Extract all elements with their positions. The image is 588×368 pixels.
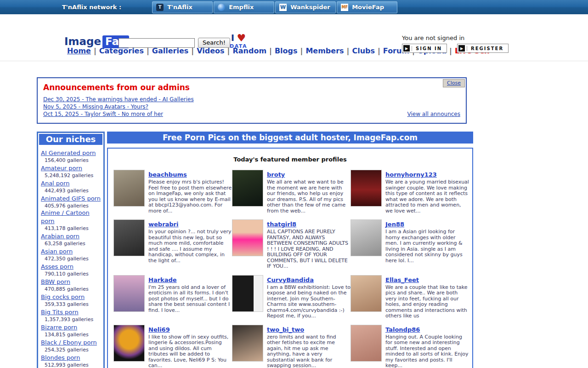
profile-description: zero limits and want to find other fetis… bbox=[267, 334, 351, 368]
niche-item: BBW porn470,885 galleries bbox=[41, 277, 102, 292]
niche-item: Asian porn472,350 galleries bbox=[41, 247, 102, 262]
search-button[interactable]: Search! bbox=[198, 38, 230, 48]
announcement-link[interactable]: Oct 15, 2025 - Taylor Swift - No more of… bbox=[43, 111, 163, 117]
announcement-link[interactable]: Dec 30, 2025 - The warnings have ended -… bbox=[43, 96, 194, 103]
profile-thumbnail[interactable] bbox=[351, 219, 382, 256]
niche-item: Bizarre porn134,815 galleries bbox=[41, 322, 102, 338]
sidebar-title: Our niches bbox=[39, 134, 102, 145]
profile-thumbnail[interactable] bbox=[113, 219, 145, 256]
profile-description: In your opinion ?... not truly very beau… bbox=[148, 229, 232, 264]
member-profile: brotyWe all are what we want to be the m… bbox=[232, 170, 351, 214]
network-site-tnaflix[interactable]: T T'nAflix bbox=[152, 1, 213, 13]
network-site-wankspider[interactable]: W Wankspider bbox=[275, 1, 336, 13]
network-site-label: Wankspider bbox=[290, 4, 330, 11]
profile-description: Hanging out. A Couple looking for some n… bbox=[385, 334, 469, 368]
niche-count: 512,993 galleries bbox=[45, 362, 102, 368]
profile-thumbnail[interactable] bbox=[351, 275, 382, 312]
niche-link[interactable]: Anime / Cartoon porn bbox=[41, 209, 102, 225]
profile-thumbnail[interactable] bbox=[113, 325, 145, 362]
niche-link[interactable]: Asian porn bbox=[41, 247, 73, 256]
member-profile: Jen88I am a Asian girl looking for horny… bbox=[351, 219, 469, 270]
profile-thumbnail[interactable] bbox=[232, 170, 263, 207]
profile-username-link[interactable]: webrabri bbox=[148, 221, 179, 228]
network-site-label: Empflix bbox=[229, 4, 254, 11]
profile-description: Please enjoy mrs b's pictures! Feel free… bbox=[148, 179, 232, 214]
profile-username-link[interactable]: Neli69 bbox=[148, 326, 170, 333]
profile-username-link[interactable]: two_bi_two bbox=[267, 326, 304, 333]
announcements-close-button[interactable]: Close bbox=[443, 79, 465, 87]
register-label: REGISTER bbox=[467, 46, 508, 51]
network-site-moviefap[interactable]: MF MovieFap bbox=[337, 1, 397, 13]
niche-item: Asses porn790,110 galleries bbox=[41, 262, 102, 277]
niche-link[interactable]: Blondes porn bbox=[41, 354, 80, 362]
niche-link[interactable]: Big Tits porn bbox=[41, 308, 79, 316]
niche-link[interactable]: Bizarre porn bbox=[41, 323, 77, 332]
profile-thumbnail[interactable] bbox=[232, 219, 263, 256]
announcement-link[interactable]: Nov 5, 2025 - Missing Avatars - Yours? bbox=[43, 104, 148, 110]
arrow-icon: ▶ bbox=[403, 45, 410, 52]
niche-link[interactable]: BBW porn bbox=[41, 278, 70, 286]
profile-username-link[interactable]: Harkade bbox=[148, 276, 177, 283]
nav-separator: | bbox=[91, 46, 99, 55]
member-profile: HarkadeI'm 25 years old and a lover of e… bbox=[113, 275, 232, 319]
network-site-empflix[interactable]: Empflix bbox=[214, 1, 274, 13]
profile-thumbnail[interactable] bbox=[351, 170, 382, 207]
main-banner: Free Porn Pics on the biggest adult host… bbox=[107, 132, 473, 144]
profile-username-link[interactable]: Talondp86 bbox=[385, 326, 420, 333]
niche-count: 156,400 galleries bbox=[45, 157, 102, 163]
wankspider-icon: W bbox=[279, 4, 287, 11]
profile-username-link[interactable]: broty bbox=[267, 171, 285, 178]
sign-in-label: SIGN IN bbox=[412, 46, 447, 51]
profile-username-link[interactable]: beachbums bbox=[148, 171, 187, 178]
member-profile: two_bi_twozero limits and want to find o… bbox=[232, 325, 351, 368]
search-input[interactable] bbox=[119, 38, 195, 48]
nav-separator: | bbox=[266, 46, 275, 55]
view-all-announces-link[interactable]: View all announces bbox=[407, 111, 460, 117]
profile-username-link[interactable]: thatgirl8 bbox=[267, 221, 296, 228]
network-bar: T'nAflix network : T T'nAflix Empflix W … bbox=[0, 0, 588, 14]
nav-blogs[interactable]: Blogs bbox=[275, 46, 298, 55]
niche-link[interactable]: Animated GIFS porn bbox=[41, 195, 101, 203]
niche-count: 63,258 galleries bbox=[45, 241, 102, 247]
tnaflix-icon: T bbox=[156, 4, 164, 11]
niche-count: 470,885 galleries bbox=[45, 286, 102, 292]
niche-item: Big cocks porn359,333 galleries bbox=[41, 292, 102, 307]
niche-count: 790,110 galleries bbox=[45, 271, 102, 277]
nav-members[interactable]: Members bbox=[305, 46, 344, 55]
profile-username-link[interactable]: CurvyBandida bbox=[267, 276, 314, 283]
niche-item: Animated GIFS porn405,976 galleries bbox=[41, 194, 102, 209]
niches-sidebar: Our niches AI Generated porn156,400 gall… bbox=[37, 132, 105, 368]
niche-item: Black / Ebony porn254,325 galleries bbox=[41, 338, 102, 353]
arrow-icon: ▶ bbox=[458, 45, 465, 52]
profile-description: I'm 25 years old and a lover of eroticis… bbox=[148, 285, 232, 314]
niche-link[interactable]: Big cocks porn bbox=[41, 293, 85, 301]
profile-thumbnail[interactable] bbox=[113, 275, 145, 312]
niche-item: Anime / Cartoon porn413,178 galleries bbox=[41, 209, 102, 231]
nav-home[interactable]: Home bbox=[67, 46, 91, 55]
nav-clubs[interactable]: Clubs bbox=[352, 46, 375, 55]
profile-thumbnail[interactable] bbox=[232, 325, 263, 362]
niche-count: 1,357,393 galleries bbox=[45, 316, 102, 322]
profile-description: We are a couple that like to take pics a… bbox=[385, 285, 469, 319]
profile-description: I like to show off in sexy outfits, ling… bbox=[148, 334, 232, 368]
niche-link[interactable]: Arabian porn bbox=[41, 232, 79, 241]
niche-item: Big Tits porn1,357,393 galleries bbox=[41, 307, 102, 322]
logo-text-image: Image bbox=[64, 35, 101, 47]
profile-username-link[interactable]: Jen88 bbox=[385, 221, 404, 228]
niche-link[interactable]: Amateur porn bbox=[41, 164, 82, 172]
profile-username-link[interactable]: Ellas_Feet bbox=[385, 276, 419, 283]
member-profile: hornyhorny123We are a young married bise… bbox=[351, 170, 469, 214]
profile-username-link[interactable]: hornyhorny123 bbox=[385, 171, 437, 178]
sign-in-button[interactable]: ▶ SIGN IN bbox=[402, 44, 447, 53]
register-button[interactable]: ▶ REGISTER bbox=[457, 44, 509, 53]
profile-thumbnail[interactable] bbox=[351, 325, 382, 362]
niche-link[interactable]: Asses porn bbox=[41, 263, 74, 271]
profile-thumbnail[interactable] bbox=[113, 170, 145, 207]
niche-link[interactable]: AI Generated porn bbox=[41, 149, 96, 157]
profile-thumbnail[interactable] bbox=[232, 275, 263, 312]
niche-item: Arabian porn63,258 galleries bbox=[41, 231, 102, 247]
profile-description: We all are what we want to be the moment… bbox=[267, 179, 351, 214]
niche-count: 472,350 galleries bbox=[45, 256, 102, 262]
niche-link[interactable]: Anal porn bbox=[41, 179, 69, 188]
niche-link[interactable]: Black / Ebony porn bbox=[41, 339, 97, 347]
